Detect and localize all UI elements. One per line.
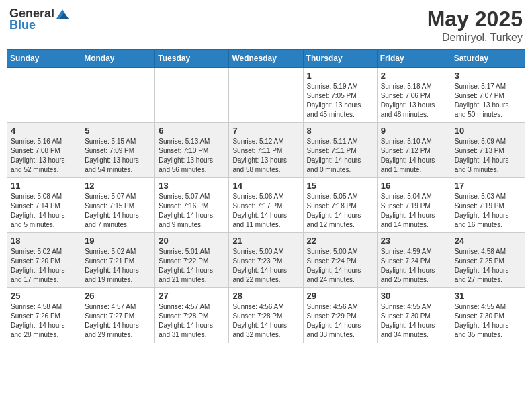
calendar-cell: 4Sunrise: 5:16 AMSunset: 7:08 PMDaylight… <box>7 123 81 178</box>
calendar-cell: 3Sunrise: 5:17 AMSunset: 7:07 PMDaylight… <box>451 68 525 123</box>
day-info: Sunrise: 4:58 AMSunset: 7:26 PMDaylight:… <box>11 302 77 340</box>
weekday-header: Thursday <box>303 50 377 68</box>
calendar-week-row: 4Sunrise: 5:16 AMSunset: 7:08 PMDaylight… <box>7 123 525 178</box>
calendar-cell: 6Sunrise: 5:13 AMSunset: 7:10 PMDaylight… <box>155 123 229 178</box>
day-info: Sunrise: 5:17 AMSunset: 7:07 PMDaylight:… <box>455 82 521 120</box>
day-info: Sunrise: 5:01 AMSunset: 7:22 PMDaylight:… <box>159 247 225 285</box>
day-number: 5 <box>85 126 151 136</box>
calendar-week-row: 18Sunrise: 5:02 AMSunset: 7:20 PMDayligh… <box>7 233 525 288</box>
day-number: 7 <box>232 126 299 136</box>
calendar-week-row: 25Sunrise: 4:58 AMSunset: 7:26 PMDayligh… <box>7 288 525 343</box>
calendar-cell: 24Sunrise: 4:58 AMSunset: 7:25 PMDayligh… <box>451 233 525 288</box>
day-info: Sunrise: 5:05 AMSunset: 7:18 PMDaylight:… <box>307 192 373 230</box>
calendar-cell: 14Sunrise: 5:06 AMSunset: 7:17 PMDayligh… <box>229 178 303 233</box>
calendar-cell: 16Sunrise: 5:04 AMSunset: 7:19 PMDayligh… <box>377 178 451 233</box>
day-number: 9 <box>381 126 447 136</box>
day-info: Sunrise: 5:15 AMSunset: 7:09 PMDaylight:… <box>85 137 151 175</box>
day-info: Sunrise: 4:56 AMSunset: 7:29 PMDaylight:… <box>307 302 373 340</box>
day-number: 8 <box>307 126 373 136</box>
calendar-cell: 13Sunrise: 5:07 AMSunset: 7:16 PMDayligh… <box>155 178 229 233</box>
day-number: 18 <box>11 236 77 246</box>
weekday-header: Tuesday <box>155 50 229 68</box>
day-number: 29 <box>307 291 373 301</box>
title-block: May 2025 Demiryol, Turkey <box>427 7 523 44</box>
page-header: General Blue May 2025 Demiryol, Turkey <box>7 7 525 44</box>
day-number: 10 <box>455 126 521 136</box>
weekday-header: Monday <box>81 50 155 68</box>
day-number: 31 <box>455 291 521 301</box>
day-number: 4 <box>11 126 77 136</box>
calendar-cell <box>81 68 155 123</box>
day-info: Sunrise: 5:00 AMSunset: 7:24 PMDaylight:… <box>307 247 373 285</box>
calendar-week-row: 1Sunrise: 5:19 AMSunset: 7:05 PMDaylight… <box>7 68 525 123</box>
day-info: Sunrise: 5:06 AMSunset: 7:17 PMDaylight:… <box>232 192 299 230</box>
calendar-cell: 25Sunrise: 4:58 AMSunset: 7:26 PMDayligh… <box>7 288 81 343</box>
day-number: 17 <box>455 181 521 191</box>
calendar-cell <box>229 68 303 123</box>
calendar-cell: 9Sunrise: 5:10 AMSunset: 7:12 PMDaylight… <box>377 123 451 178</box>
weekday-header: Wednesday <box>229 50 303 68</box>
weekday-header: Saturday <box>451 50 525 68</box>
day-number: 28 <box>232 291 299 301</box>
calendar-cell: 17Sunrise: 5:03 AMSunset: 7:19 PMDayligh… <box>451 178 525 233</box>
calendar-cell: 26Sunrise: 4:57 AMSunset: 7:27 PMDayligh… <box>81 288 155 343</box>
day-info: Sunrise: 4:57 AMSunset: 7:27 PMDaylight:… <box>85 302 151 340</box>
logo: General Blue <box>9 7 71 32</box>
calendar-cell: 12Sunrise: 5:07 AMSunset: 7:15 PMDayligh… <box>81 178 155 233</box>
day-info: Sunrise: 5:18 AMSunset: 7:06 PMDaylight:… <box>381 82 447 120</box>
weekday-header-row: SundayMondayTuesdayWednesdayThursdayFrid… <box>7 50 525 68</box>
day-info: Sunrise: 5:07 AMSunset: 7:15 PMDaylight:… <box>85 192 151 230</box>
day-number: 13 <box>159 181 225 191</box>
calendar-cell: 28Sunrise: 4:56 AMSunset: 7:28 PMDayligh… <box>229 288 303 343</box>
calendar-cell: 8Sunrise: 5:11 AMSunset: 7:11 PMDaylight… <box>303 123 377 178</box>
calendar-cell: 30Sunrise: 4:55 AMSunset: 7:30 PMDayligh… <box>377 288 451 343</box>
day-info: Sunrise: 5:07 AMSunset: 7:16 PMDaylight:… <box>159 192 225 230</box>
calendar-cell <box>155 68 229 123</box>
day-info: Sunrise: 4:59 AMSunset: 7:24 PMDaylight:… <box>381 247 447 285</box>
day-number: 11 <box>11 181 77 191</box>
day-number: 25 <box>11 291 77 301</box>
day-number: 30 <box>381 291 447 301</box>
day-info: Sunrise: 4:56 AMSunset: 7:28 PMDaylight:… <box>232 302 299 340</box>
day-number: 26 <box>85 291 151 301</box>
calendar-cell: 15Sunrise: 5:05 AMSunset: 7:18 PMDayligh… <box>303 178 377 233</box>
logo-blue: Blue <box>9 18 36 32</box>
day-info: Sunrise: 5:13 AMSunset: 7:10 PMDaylight:… <box>159 137 225 175</box>
calendar-cell: 11Sunrise: 5:08 AMSunset: 7:14 PMDayligh… <box>7 178 81 233</box>
calendar-cell: 2Sunrise: 5:18 AMSunset: 7:06 PMDaylight… <box>377 68 451 123</box>
calendar-cell: 23Sunrise: 4:59 AMSunset: 7:24 PMDayligh… <box>377 233 451 288</box>
day-number: 14 <box>232 181 299 191</box>
calendar-cell: 1Sunrise: 5:19 AMSunset: 7:05 PMDaylight… <box>303 68 377 123</box>
calendar-cell: 7Sunrise: 5:12 AMSunset: 7:11 PMDaylight… <box>229 123 303 178</box>
day-info: Sunrise: 5:02 AMSunset: 7:20 PMDaylight:… <box>11 247 77 285</box>
day-info: Sunrise: 5:09 AMSunset: 7:13 PMDaylight:… <box>455 137 521 175</box>
calendar-cell: 19Sunrise: 5:02 AMSunset: 7:21 PMDayligh… <box>81 233 155 288</box>
day-info: Sunrise: 5:03 AMSunset: 7:19 PMDaylight:… <box>455 192 521 230</box>
day-number: 27 <box>159 291 225 301</box>
day-number: 21 <box>232 236 299 246</box>
day-info: Sunrise: 5:02 AMSunset: 7:21 PMDaylight:… <box>85 247 151 285</box>
day-info: Sunrise: 5:00 AMSunset: 7:23 PMDaylight:… <box>232 247 299 285</box>
calendar-cell: 22Sunrise: 5:00 AMSunset: 7:24 PMDayligh… <box>303 233 377 288</box>
day-number: 3 <box>455 71 521 81</box>
calendar-cell: 29Sunrise: 4:56 AMSunset: 7:29 PMDayligh… <box>303 288 377 343</box>
calendar-cell: 21Sunrise: 5:00 AMSunset: 7:23 PMDayligh… <box>229 233 303 288</box>
day-number: 22 <box>307 236 373 246</box>
day-info: Sunrise: 5:11 AMSunset: 7:11 PMDaylight:… <box>307 137 373 175</box>
weekday-header: Friday <box>377 50 451 68</box>
day-info: Sunrise: 5:08 AMSunset: 7:14 PMDaylight:… <box>11 192 77 230</box>
day-number: 1 <box>307 71 373 81</box>
day-number: 16 <box>381 181 447 191</box>
day-info: Sunrise: 4:55 AMSunset: 7:30 PMDaylight:… <box>381 302 447 340</box>
day-info: Sunrise: 4:58 AMSunset: 7:25 PMDaylight:… <box>455 247 521 285</box>
calendar-week-row: 11Sunrise: 5:08 AMSunset: 7:14 PMDayligh… <box>7 178 525 233</box>
day-number: 2 <box>381 71 447 81</box>
weekday-header: Sunday <box>7 50 81 68</box>
calendar-cell <box>7 68 81 123</box>
day-number: 6 <box>159 126 225 136</box>
day-number: 12 <box>85 181 151 191</box>
day-number: 24 <box>455 236 521 246</box>
calendar-cell: 10Sunrise: 5:09 AMSunset: 7:13 PMDayligh… <box>451 123 525 178</box>
logo-icon <box>55 8 70 20</box>
day-info: Sunrise: 4:57 AMSunset: 7:28 PMDaylight:… <box>159 302 225 340</box>
